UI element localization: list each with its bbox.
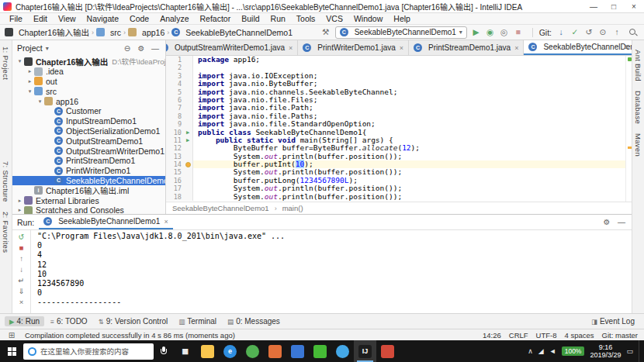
menu-item-vcs[interactable]: VCS bbox=[320, 14, 348, 23]
stop-button[interactable]: ■ bbox=[512, 26, 525, 39]
app-blue-icon[interactable] bbox=[286, 340, 309, 362]
maximize-button[interactable]: □ bbox=[604, 0, 624, 12]
close-tab-icon[interactable]: × bbox=[289, 44, 293, 52]
git-update-button[interactable]: ↓ bbox=[555, 26, 567, 39]
tree-item[interactable]: OutputStreamWriterDemo1 bbox=[12, 146, 165, 156]
tree-item[interactable]: ▾Chapter16输入输出D:\软件\IdeaProjects\Chapte bbox=[12, 57, 165, 67]
tree-item[interactable]: Chapter16输入输出.iml bbox=[12, 185, 165, 195]
line-separator[interactable]: CRLF bbox=[509, 331, 528, 340]
breadcrumb-item[interactable]: SeekableByteChannelDemo1 bbox=[171, 28, 293, 37]
tree-item[interactable]: PrintStreamDemo1 bbox=[12, 156, 165, 166]
tool-window-stripe-maven[interactable]: Maven bbox=[634, 133, 642, 157]
tree-item[interactable]: ▸Scratches and Consoles bbox=[12, 205, 165, 214]
taskbar-search-input[interactable]: 在这里输入你要搜索的内容 bbox=[23, 343, 154, 360]
tool-window-stripe-favorites[interactable]: 2: Favorites bbox=[2, 212, 10, 253]
menu-item-file[interactable]: File bbox=[4, 14, 28, 23]
expand-arrow-icon[interactable]: ▸ bbox=[16, 207, 24, 213]
tool-window-stripe-database[interactable]: Database bbox=[634, 91, 642, 124]
expand-arrow-icon[interactable]: ▾ bbox=[26, 88, 34, 95]
file-explorer-icon[interactable] bbox=[196, 340, 219, 362]
tree-item[interactable]: ▸.idea bbox=[12, 67, 165, 77]
tree-item[interactable]: ▸out bbox=[12, 77, 165, 87]
menu-item-build[interactable]: Build bbox=[236, 14, 265, 23]
project-view-title[interactable]: Project bbox=[17, 43, 43, 53]
scroll-to-end-icon[interactable]: ⇓ bbox=[16, 286, 28, 296]
tool-window-version-control[interactable]: ⇅9: Version Control bbox=[94, 316, 173, 326]
tree-item[interactable]: OutputStreamDemo1 bbox=[12, 136, 165, 146]
tabs-menu-icon[interactable]: ≡ bbox=[625, 43, 629, 51]
edge-browser-icon[interactable]: e bbox=[219, 340, 241, 362]
microphone-icon[interactable] bbox=[154, 340, 174, 362]
tool-window-stripe-structure[interactable]: 7: Structure bbox=[2, 161, 10, 202]
close-button[interactable]: × bbox=[624, 0, 644, 12]
editor-tab[interactable]: OutputStreamWriterDemo1.java× bbox=[166, 40, 298, 55]
expand-arrow-icon[interactable]: ▾ bbox=[36, 98, 44, 105]
tool-window-stripe-project[interactable]: 1: Project bbox=[2, 47, 10, 80]
app-red-icon[interactable] bbox=[376, 340, 399, 362]
status-message[interactable]: Compilation completed successfully in 4 … bbox=[25, 331, 475, 340]
settings-gear-icon[interactable]: ⚙ bbox=[601, 217, 612, 228]
breadcrumb-item[interactable]: src bbox=[96, 28, 121, 37]
menu-item-run[interactable]: Run bbox=[265, 14, 291, 23]
tool-window-switcher-icon[interactable]: ⊞ bbox=[6, 329, 17, 340]
editor-tab[interactable]: PrintWriterDemo1.java× bbox=[298, 40, 409, 55]
stop-process-button[interactable]: ■ bbox=[16, 243, 28, 253]
tree-item[interactable]: ▸External Libraries bbox=[12, 195, 165, 205]
tool-window-run[interactable]: ▶4: Run bbox=[5, 316, 44, 326]
run-configuration-select[interactable]: SeekableByteChannelDemo1 ▾ bbox=[335, 26, 467, 39]
git-history-button[interactable]: ⊙ bbox=[597, 26, 609, 39]
menu-item-code[interactable]: Code bbox=[124, 14, 154, 23]
network-icon[interactable]: ◢ bbox=[538, 347, 544, 355]
event-log-button[interactable]: ◨Event Log bbox=[587, 316, 639, 326]
chevron-down-icon[interactable]: ▾ bbox=[46, 45, 49, 52]
menu-item-navigate[interactable]: Navigate bbox=[81, 14, 124, 23]
intellij-idea-icon[interactable]: IJ bbox=[354, 340, 376, 362]
expand-arrow-icon[interactable]: ▾ bbox=[16, 58, 24, 64]
cursor-position[interactable]: 14:26 bbox=[483, 331, 501, 340]
editor-tab[interactable]: PrintStreamDemo1.java× bbox=[409, 40, 524, 55]
tool-window-stripe-ant-build[interactable]: Ant Build bbox=[634, 50, 642, 81]
debug-button[interactable]: ◉ bbox=[484, 26, 497, 39]
code-editor[interactable]: 1package app16;23import java.io.IOExcept… bbox=[166, 56, 632, 202]
tree-item[interactable]: ▾src bbox=[12, 86, 165, 96]
settings-gear-icon[interactable]: ⚙ bbox=[136, 43, 147, 53]
tree-item[interactable]: Customer bbox=[12, 106, 165, 116]
menu-item-view[interactable]: View bbox=[53, 14, 81, 23]
office-orange-icon[interactable] bbox=[264, 340, 286, 362]
notification-center-icon[interactable]: ▭ bbox=[626, 347, 633, 355]
tree-item[interactable]: InputStreamDemo1 bbox=[12, 116, 165, 126]
close-tab-icon[interactable]: × bbox=[514, 44, 518, 52]
taskbar-clock[interactable]: 9:16 2019/3/29 bbox=[590, 343, 621, 360]
intention-bulb-icon[interactable] bbox=[183, 160, 193, 168]
menu-item-help[interactable]: Help bbox=[388, 14, 416, 23]
expand-arrow-icon[interactable]: ▸ bbox=[26, 78, 34, 84]
run-line-icon[interactable]: ▶ bbox=[183, 136, 193, 144]
breadcrumb-item[interactable]: Chapter16输入输出 bbox=[5, 26, 89, 38]
tree-item[interactable]: ▾app16 bbox=[12, 96, 165, 106]
up-stack-trace-icon[interactable]: ↑ bbox=[16, 253, 28, 264]
editor-tab[interactable]: SeekableByteChannelDemo1.java× bbox=[524, 40, 632, 55]
qq-icon[interactable] bbox=[331, 340, 354, 362]
menu-item-edit[interactable]: Edit bbox=[28, 14, 53, 23]
show-desktop-button[interactable] bbox=[639, 340, 642, 362]
git-commit-button[interactable]: ✓ bbox=[569, 26, 581, 39]
git-rollback-button[interactable]: ↺ bbox=[583, 26, 595, 39]
collapse-all-icon[interactable]: ⊖ bbox=[122, 43, 133, 53]
down-stack-trace-icon[interactable]: ↓ bbox=[16, 264, 28, 274]
breadcrumb-item[interactable]: app16 bbox=[128, 28, 164, 37]
close-tab-icon[interactable]: × bbox=[400, 44, 403, 52]
menu-item-tools[interactable]: Tools bbox=[291, 14, 321, 23]
wechat-icon[interactable] bbox=[309, 340, 331, 362]
coverage-button[interactable]: ◎ bbox=[498, 26, 511, 39]
start-button[interactable] bbox=[0, 340, 23, 362]
warning-marker[interactable] bbox=[628, 147, 632, 149]
rerun-button[interactable]: ↺ bbox=[16, 232, 28, 242]
search-everywhere-icon[interactable] bbox=[628, 28, 637, 36]
console-output[interactable]: "C:\Program Files\Java\jdk1.8.0_201\bin\… bbox=[31, 230, 632, 313]
expand-arrow-icon[interactable]: ▸ bbox=[26, 68, 34, 74]
tree-item[interactable]: PrintWriterDemo1 bbox=[12, 166, 165, 176]
tool-window-messages[interactable]: ▤0: Messages bbox=[223, 316, 285, 326]
menu-item-refactor[interactable]: Refactor bbox=[195, 14, 237, 23]
menu-item-window[interactable]: Window bbox=[348, 14, 388, 23]
task-view-button[interactable]: ▦ bbox=[174, 340, 196, 362]
